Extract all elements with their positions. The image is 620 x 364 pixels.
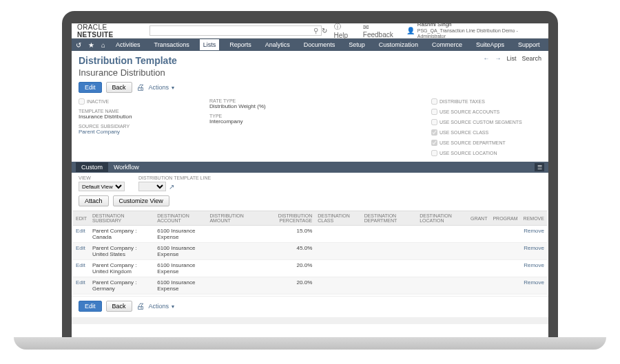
edit-link[interactable]: Edit: [76, 262, 85, 268]
edit-button[interactable]: Edit: [79, 82, 102, 93]
col-remove: REMOVE: [521, 211, 547, 226]
back-button-bottom[interactable]: Back: [106, 301, 132, 312]
edit-link[interactable]: Edit: [76, 245, 85, 251]
remove-link[interactable]: Remove: [524, 262, 544, 268]
menu-lists[interactable]: Lists: [200, 39, 220, 50]
table-row: EditParent Company : Canada6100 Insuranc…: [73, 226, 547, 243]
subtab-bar: Custom Workflow ☰: [72, 162, 548, 173]
col-grant: GRANT: [468, 211, 490, 226]
customize-view-button[interactable]: Customize View: [113, 195, 169, 206]
help-link[interactable]: ⓘ Help: [334, 23, 356, 39]
list-link[interactable]: List: [506, 55, 516, 62]
menu-support[interactable]: Support: [515, 39, 544, 50]
topbar: ORACLE NETSUITE ⚲ ↻ ⓘ Help ✉ Feedback 👤 …: [72, 23, 548, 39]
popout-icon[interactable]: ↗: [169, 183, 174, 191]
use-source-custom-segments-checkbox: [431, 119, 437, 125]
edit-link[interactable]: Edit: [76, 228, 85, 234]
menu-documents[interactable]: Documents: [300, 39, 339, 50]
laptop-base: [14, 337, 606, 350]
col-destination-subsidiary: DESTINATION SUBSIDIARY: [90, 211, 154, 226]
menu-activities[interactable]: Activities: [112, 39, 144, 50]
user-menu[interactable]: 👤 Rashmi Singh PSG_QA_Transaction Line D…: [406, 23, 543, 39]
action-row-top: Edit Back 🖨 Actions ▼: [72, 79, 548, 96]
history-icon[interactable]: ↺: [76, 41, 81, 49]
main-menu: ↺ ★ ⌂ Activities Transactions Lists Repo…: [72, 39, 548, 51]
attach-row: Attach Customize View: [72, 194, 548, 211]
page-header: Distribution Template Insurance Distribu…: [72, 51, 548, 79]
search-icon[interactable]: ⚲: [313, 27, 318, 34]
refresh-icon[interactable]: ↻: [322, 27, 327, 34]
source-subsidiary-link[interactable]: Parent Company: [79, 129, 189, 135]
menu-suiteapps[interactable]: SuiteApps: [473, 39, 508, 50]
col-program: PROGRAM: [490, 211, 520, 226]
action-row-bottom: Edit Back 🖨 Actions ▼: [72, 296, 548, 316]
col-edit: EDIT: [73, 211, 90, 226]
subtab-workflow[interactable]: Workflow: [108, 162, 145, 172]
feedback-link[interactable]: ✉ Feedback: [363, 23, 400, 39]
table-row: EditParent Company : Germany6100 Insuran…: [73, 277, 547, 295]
col-destination-department: DESTINATION DEPARTMENT: [362, 211, 417, 226]
template-name-value: Insurance Distribution: [79, 114, 189, 120]
menu-analytics[interactable]: Analytics: [262, 39, 293, 50]
inactive-checkbox: [79, 98, 85, 105]
use-source-department-checkbox: [431, 140, 437, 146]
user-icon: 👤: [406, 27, 415, 34]
col-distribution-amount: DISTRIBUTION AMOUNT: [207, 211, 258, 226]
menu-transactions[interactable]: Transactions: [151, 39, 193, 50]
search-input[interactable]: [153, 28, 313, 34]
print-icon-bottom[interactable]: 🖨: [136, 301, 145, 311]
global-search[interactable]: ⚲: [149, 25, 322, 36]
col-destination-account: DESTINATION ACCOUNT: [154, 211, 207, 226]
rate-type-value: Distribution Weight (%): [209, 103, 320, 109]
type-value: Intercompany: [209, 118, 320, 125]
distribution-template-line-select[interactable]: [138, 182, 166, 191]
edit-link[interactable]: Edit: [76, 279, 85, 286]
table-row: EditParent Company : United Kingdom6100 …: [73, 260, 547, 277]
view-controls: VIEW Default View DISTRIBUTION TEMPLATE …: [72, 173, 548, 194]
attach-button[interactable]: Attach: [79, 195, 109, 206]
table-row: EditParent Company : United States6100 I…: [73, 243, 547, 260]
remove-link[interactable]: Remove: [524, 245, 544, 251]
user-role: PSG_QA_Transaction Line Distribution Dem…: [417, 28, 518, 39]
prev-record-icon[interactable]: ←: [483, 55, 489, 62]
footer-band: [72, 317, 548, 324]
star-icon[interactable]: ★: [88, 41, 94, 49]
back-button[interactable]: Back: [106, 82, 132, 93]
edit-button-bottom[interactable]: Edit: [79, 301, 102, 312]
subtab-custom[interactable]: Custom: [76, 162, 108, 172]
page-title: Distribution Template: [79, 55, 541, 66]
home-icon[interactable]: ⌂: [101, 41, 105, 49]
app-screen: ORACLE NETSUITE ⚲ ↻ ⓘ Help ✉ Feedback 👤 …: [72, 23, 548, 340]
search-link[interactable]: Search: [521, 55, 541, 62]
remove-link[interactable]: Remove: [524, 228, 544, 234]
logo: ORACLE NETSUITE: [77, 23, 144, 39]
actions-menu[interactable]: Actions ▼: [149, 84, 176, 91]
menu-setup[interactable]: Setup: [345, 39, 369, 50]
view-select[interactable]: Default View: [79, 182, 125, 191]
page-subtitle: Insurance Distribution: [79, 67, 541, 78]
fields-area: INACTIVE TEMPLATE NAMEInsurance Distribu…: [72, 96, 548, 162]
next-record-icon[interactable]: →: [495, 55, 501, 62]
top-right: ↻ ⓘ Help ✉ Feedback 👤 Rashmi Singh PSG_Q…: [322, 23, 543, 39]
print-icon[interactable]: 🖨: [136, 83, 145, 92]
menu-reports[interactable]: Reports: [226, 39, 255, 50]
use-source-location-checkbox: [431, 150, 437, 156]
use-source-accounts-checkbox: [431, 109, 437, 115]
menu-commerce[interactable]: Commerce: [428, 39, 466, 50]
remove-link[interactable]: Remove: [524, 279, 544, 286]
lines-table: EDITDESTINATION SUBSIDIARYDESTINATION AC…: [73, 211, 547, 295]
expand-subtab-icon[interactable]: ☰: [535, 163, 544, 171]
distribute-taxes-checkbox: [431, 98, 437, 105]
actions-menu-bottom[interactable]: Actions ▼: [149, 303, 176, 310]
col-destination-class: DESTINATION CLASS: [315, 211, 361, 226]
col-destination-location: DESTINATION LOCATION: [417, 211, 468, 226]
user-name: Rashmi Singh: [417, 23, 543, 28]
use-source-class-checkbox: [431, 129, 437, 136]
col-distribution-percentage: DISTRIBUTION PERCENTAGE: [258, 211, 315, 226]
menu-customization[interactable]: Customization: [375, 39, 422, 50]
